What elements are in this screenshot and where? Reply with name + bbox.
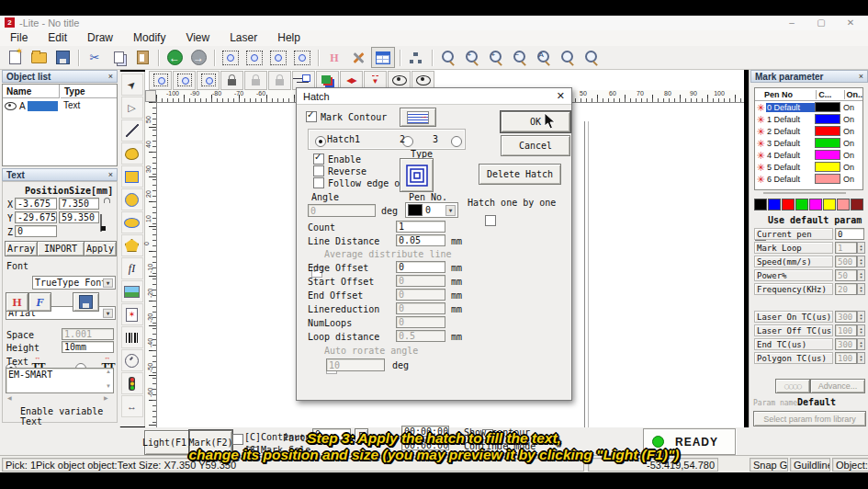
power-spinner[interactable]: ▲▼ (857, 269, 865, 281)
color-swatch[interactable] (809, 199, 822, 210)
speed-spinner[interactable]: ▲▼ (857, 256, 865, 267)
color-swatch[interactable] (795, 199, 808, 210)
circle-tool[interactable] (121, 188, 143, 210)
height-field[interactable]: 10mm (62, 341, 114, 353)
hatch-type-button[interactable] (400, 158, 434, 192)
line-distance-field[interactable]: 0.05 (396, 234, 445, 246)
x-size-field[interactable]: 7.350 (59, 198, 99, 210)
select-tool[interactable]: ➤ (121, 74, 143, 96)
open-file-button[interactable] (28, 48, 50, 67)
menu-laser[interactable]: Laser (220, 30, 267, 46)
x-position-field[interactable]: -3.675 (15, 198, 57, 210)
rotate-dotted-button[interactable] (243, 48, 265, 67)
numloops-field[interactable]: 0 (396, 316, 445, 328)
pen-table-scrollbar[interactable] (763, 192, 846, 194)
pen-row[interactable]: ✳4 DefaultOn (755, 149, 862, 161)
dotted-transform-button-1[interactable] (149, 71, 172, 90)
laser-off-tc-spinner[interactable]: ▲▼ (857, 324, 865, 336)
ellipse-tool[interactable] (121, 211, 143, 233)
rings-button[interactable]: ◯◯◯◯ (775, 379, 810, 393)
text-content-area[interactable]: EM-SMART (6, 368, 114, 393)
cancel-button[interactable]: Cancel (501, 135, 570, 156)
mark-contour-checkbox[interactable] (306, 111, 317, 122)
edge-offset-field[interactable]: 0 (396, 261, 445, 273)
z-position-field[interactable]: 0 (15, 225, 57, 237)
paste-button[interactable] (131, 48, 153, 67)
line-tool[interactable] (121, 119, 143, 142)
object-row[interactable]: A Text (3, 99, 117, 112)
hatch-one-by-one-checkbox[interactable] (485, 215, 496, 226)
dialog-close-icon[interactable]: ✕ (557, 90, 565, 102)
rectangle-tool[interactable] (121, 165, 143, 188)
maximize-button[interactable]: ▢ (811, 17, 831, 29)
laser-off-tc-field[interactable]: 100 (835, 324, 857, 336)
speed-field[interactable]: 500 (835, 256, 857, 267)
hatch1-radio[interactable] (315, 136, 326, 147)
object-list-close-icon[interactable]: × (108, 72, 113, 81)
pen-row[interactable]: ✳0 DefaultOn (755, 101, 862, 113)
italic-button[interactable]: F (28, 292, 51, 312)
mark-parameter-close-icon[interactable]: × (859, 72, 863, 81)
font-type-select[interactable]: TrueType Font-3 (32, 276, 116, 290)
pen-row[interactable]: ✳1 DefaultOn (755, 113, 862, 125)
pen-row[interactable]: ✳3 DefaultOn (755, 137, 862, 149)
reverse-checkbox[interactable] (313, 165, 324, 176)
menu-view[interactable]: View (175, 30, 220, 46)
laser-on-tc-spinner[interactable]: ▲▼ (857, 311, 865, 323)
curve-tool[interactable] (121, 142, 143, 165)
lock-button[interactable] (220, 71, 243, 90)
dotted-transform-button-2[interactable] (173, 71, 196, 90)
delay-tool[interactable] (121, 349, 143, 371)
flow-structure-button[interactable] (405, 48, 427, 67)
menu-draw[interactable]: Draw (77, 30, 123, 46)
linereduction-field[interactable]: 0 (396, 302, 445, 314)
menu-help[interactable]: Help (267, 30, 310, 46)
zoom-in-button-1[interactable]: + (461, 48, 483, 67)
new-file-button[interactable]: ✶ (4, 48, 26, 67)
color-swatch[interactable] (754, 199, 767, 210)
menu-file[interactable]: File (0, 30, 38, 46)
y-position-field[interactable]: -29.675 (15, 211, 57, 223)
vector-file-tool[interactable]: ✶ (121, 303, 143, 325)
mark-loop-field[interactable]: 1 (835, 242, 857, 254)
y-size-field[interactable]: 59.350 (59, 211, 99, 223)
follow-edge-checkbox[interactable] (313, 177, 324, 188)
dotted-transform-button-3[interactable] (197, 71, 220, 90)
unlock-button[interactable] (244, 71, 267, 90)
frequency-spinner[interactable]: ▲▼ (857, 283, 865, 295)
menu-edit[interactable]: Edit (38, 30, 77, 46)
barcode-tool[interactable] (121, 326, 143, 348)
bitmap-tool[interactable] (121, 280, 143, 302)
delete-hatch-button[interactable]: Delete Hatch (479, 164, 561, 185)
space-field[interactable]: 1.001 (62, 328, 114, 340)
polygon-tc-field[interactable]: 100 (835, 352, 857, 364)
color-swatch[interactable] (782, 199, 795, 210)
scroll-right-icon[interactable]: ▶ (104, 394, 108, 401)
bold-button[interactable]: H (6, 292, 28, 312)
color-swatch[interactable] (823, 199, 836, 210)
pen-row[interactable]: ✳6 DefaultOn (755, 173, 862, 185)
polygon-tc-spinner[interactable]: ▲▼ (857, 352, 865, 364)
select-param-button[interactable]: Select param from library (753, 411, 866, 426)
start-offset-field[interactable]: 0 (396, 275, 445, 287)
end-tc-field[interactable]: 300 (835, 338, 857, 350)
ok-button[interactable]: OK (501, 111, 570, 132)
text-tool[interactable]: fI (121, 257, 143, 279)
zoom-extents-button[interactable] (557, 48, 579, 67)
cut-button[interactable]: ✂ (84, 48, 106, 67)
array-button[interactable]: Array (5, 241, 38, 256)
minimize-button[interactable]: – (782, 17, 802, 29)
zoom-pan-button[interactable] (437, 48, 459, 67)
mark-loop-spinner[interactable]: ▲▼ (857, 242, 865, 254)
hatch3-radio[interactable] (451, 136, 462, 147)
copy-button[interactable] (107, 48, 130, 67)
scroll-down-icon[interactable]: ▼ (106, 383, 111, 389)
contour-order-button[interactable] (400, 108, 436, 127)
pen-no-select[interactable]: 0 (405, 202, 458, 218)
anchor-grid-icon[interactable] (100, 214, 102, 232)
scroll-up-icon[interactable]: ▲ (106, 369, 111, 374)
color-swatch[interactable] (851, 199, 863, 210)
inport-button[interactable]: INPORT (37, 241, 85, 256)
current-pen-field[interactable]: 0 (835, 228, 864, 240)
io-tool[interactable] (121, 372, 143, 394)
